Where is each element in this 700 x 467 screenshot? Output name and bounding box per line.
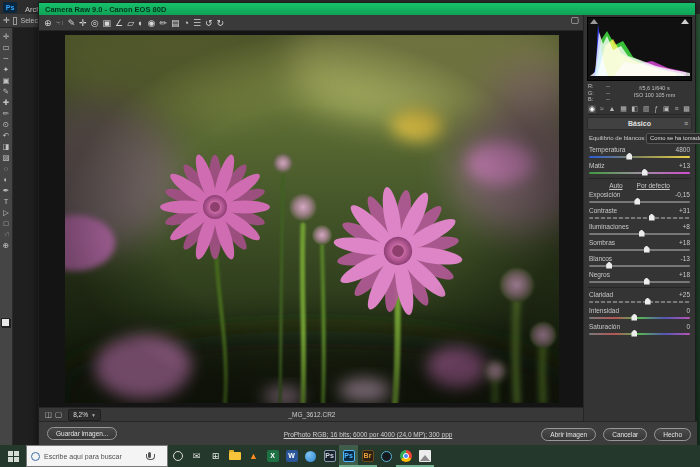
gradient-tool-icon[interactable]: ▨	[2, 153, 9, 163]
adobe-app-icon[interactable]: Ps	[320, 445, 339, 467]
slider-track[interactable]	[589, 317, 690, 319]
crop-tool-icon[interactable]: ▣	[2, 76, 9, 86]
slider-exposicion[interactable]: Exposición-0,15	[589, 191, 690, 203]
slider-contraste[interactable]: Contraste+31	[589, 207, 690, 219]
auto-link[interactable]: Auto	[609, 182, 622, 189]
straighten-tool-icon[interactable]: ∠	[115, 16, 123, 30]
fullscreen-toggle-icon[interactable]: ▢	[570, 15, 579, 25]
image-preview-area[interactable]	[39, 31, 585, 407]
preferences-tool-icon[interactable]: ☰	[193, 16, 201, 30]
onedrive-icon[interactable]	[301, 445, 320, 467]
rotate-left-tool-icon[interactable]: ↺	[205, 16, 213, 30]
graduated-filter-tool-icon[interactable]: ▤	[171, 16, 180, 30]
hand-tool-icon[interactable]: ☜	[3, 230, 10, 240]
slider-track[interactable]	[589, 156, 690, 158]
default-link[interactable]: Por defecto	[637, 182, 670, 189]
tab-instantaneas[interactable]: ▩	[682, 105, 691, 113]
slider-thumb[interactable]	[642, 169, 648, 176]
panel-menu-icon[interactable]: ≡	[684, 120, 688, 127]
red-eye-tool-icon[interactable]: ◉	[148, 16, 156, 30]
highlight-clipping-icon[interactable]	[681, 19, 689, 24]
transform-tool-icon[interactable]: ▱	[127, 16, 134, 30]
slider-matiz[interactable]: Matiz+13	[589, 162, 690, 174]
hand-tool-icon[interactable]: ☜	[56, 16, 64, 30]
microphone-icon[interactable]	[148, 452, 151, 458]
type-tool-icon[interactable]: T	[4, 197, 9, 207]
excel-icon[interactable]: X	[263, 445, 282, 467]
dodge-tool-icon[interactable]: ◐	[4, 175, 9, 185]
slider-track[interactable]	[589, 172, 690, 174]
tab-dividir-tonos[interactable]: ◧	[631, 105, 640, 113]
taskbar-search[interactable]	[26, 445, 168, 467]
vlc-icon[interactable]: ▲	[244, 445, 263, 467]
slider-track[interactable]	[589, 301, 690, 303]
slider-track[interactable]	[589, 233, 690, 235]
rotate-right-tool-icon[interactable]: ↻	[217, 16, 225, 30]
slider-claridad[interactable]: Claridad+25	[589, 291, 690, 303]
targeted-adjustment-tool-icon[interactable]: ◎	[91, 16, 99, 30]
file-explorer-icon[interactable]	[225, 445, 244, 467]
lasso-tool-icon[interactable]: ∽	[3, 54, 9, 64]
slider-thumb[interactable]	[631, 314, 637, 321]
tab-efectos[interactable]: ƒ	[653, 105, 659, 113]
shape-tool-icon[interactable]: □	[4, 219, 9, 229]
slider-thumb[interactable]	[639, 230, 645, 237]
slider-thumb[interactable]	[644, 246, 650, 253]
chrome-icon[interactable]	[396, 445, 415, 467]
eraser-tool-icon[interactable]: ◨	[2, 142, 9, 152]
flower-photo[interactable]	[65, 35, 559, 403]
slider-thumb[interactable]	[634, 198, 640, 205]
slider-thumb[interactable]	[649, 214, 655, 221]
slider-thumb[interactable]	[626, 153, 632, 160]
foreground-color-swatch[interactable]	[1, 318, 10, 327]
circular-app-icon[interactable]	[377, 445, 396, 467]
slider-intensidad[interactable]: Intensidad0	[589, 307, 690, 319]
tab-basico[interactable]: ◉	[588, 105, 596, 113]
slider-temperatura[interactable]: Temperatura4800	[589, 146, 690, 158]
brush-tool-icon[interactable]: ✏	[3, 109, 9, 119]
slider-track[interactable]	[589, 281, 690, 283]
slider-negros[interactable]: Negros+18	[589, 271, 690, 283]
quick-selection-tool-icon[interactable]: ✦	[3, 65, 9, 75]
slider-thumb[interactable]	[644, 278, 650, 285]
eyedropper-tool-icon[interactable]: ✎	[3, 87, 9, 97]
adjustment-brush-tool-icon[interactable]: ✏	[159, 16, 167, 30]
done-button[interactable]: Hecho	[654, 428, 691, 441]
cancel-button[interactable]: Cancelar	[603, 428, 647, 441]
photos-icon[interactable]	[415, 445, 434, 467]
slider-track[interactable]	[589, 249, 690, 251]
slider-sombras[interactable]: Sombras+18	[589, 239, 690, 251]
zoom-tool-icon[interactable]: ⊕	[44, 16, 52, 30]
color-sampler-tool-icon[interactable]: ✛	[79, 16, 87, 30]
camera-raw-titlebar[interactable]: Camera Raw 9.0 - Canon EOS 80D	[39, 3, 695, 15]
tab-curva-de-tonos[interactable]: ≈	[599, 105, 605, 113]
open-image-button[interactable]: Abrir imagen	[541, 428, 596, 441]
slider-thumb[interactable]	[631, 330, 637, 337]
healing-brush-tool-icon[interactable]: ✚	[3, 98, 9, 108]
move-tool-icon[interactable]: ✛	[3, 32, 9, 42]
tab-calibracion-de-camara[interactable]: ▣	[662, 105, 671, 113]
store-icon[interactable]: ⊞	[206, 445, 225, 467]
pen-tool-icon[interactable]: ✒	[3, 186, 9, 196]
move-tool-preset-icon[interactable]: ✛	[3, 16, 10, 25]
slider-track[interactable]	[589, 201, 690, 203]
tab-ajustes-preestablecidos[interactable]: ≡	[673, 105, 679, 113]
slider-blancos[interactable]: Blancos-13	[589, 255, 690, 267]
radial-filter-tool-icon[interactable]: ◔	[183, 16, 188, 30]
photoshop-active-icon[interactable]: Ps	[339, 445, 358, 467]
slider-thumb[interactable]	[645, 298, 651, 305]
marquee-tool-icon[interactable]: ▭	[2, 43, 9, 53]
blur-tool-icon[interactable]: ◌	[4, 164, 8, 174]
tab-hsl-escala-de-grises[interactable]: ▦	[619, 105, 628, 113]
bridge-icon[interactable]: Br	[358, 445, 377, 467]
autoselect-checkbox[interactable]	[13, 17, 18, 25]
search-input[interactable]	[44, 453, 144, 460]
slider-track[interactable]	[589, 265, 690, 267]
color-swatches[interactable]	[1, 318, 11, 328]
taskview-icon[interactable]	[168, 445, 187, 467]
shadow-clipping-icon[interactable]	[590, 19, 598, 24]
white-balance-tool-icon[interactable]: ✎	[68, 16, 76, 30]
zoom-tool-icon[interactable]: ⊕	[3, 241, 9, 251]
crop-tool-icon[interactable]: ▣	[103, 16, 112, 30]
start-button[interactable]	[0, 445, 26, 467]
